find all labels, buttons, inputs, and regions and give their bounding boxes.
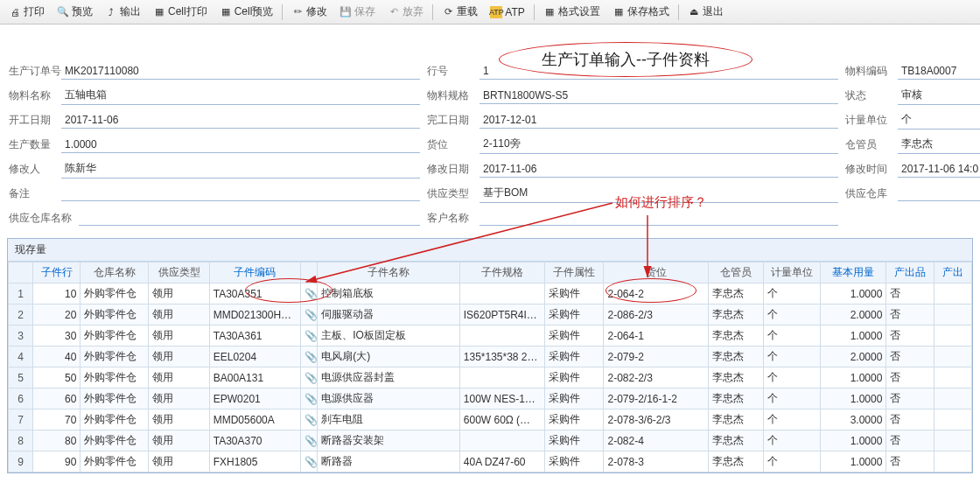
supwhname-value[interactable] — [79, 210, 420, 226]
table-row[interactable]: 330外购零件仓领用TA30A361📎主板、IO板固定板采购件2-064-1李忠… — [9, 326, 972, 346]
col-whname[interactable]: 仓库名称 — [80, 262, 149, 284]
startdate-value[interactable]: 2017-11-06 — [61, 112, 420, 129]
cell-rownum: 4 — [9, 346, 33, 368]
attachment-icon[interactable]: 📎 — [300, 304, 318, 326]
cell-spec: 40A DZ47-60 — [459, 452, 545, 472]
attachment-icon[interactable]: 📎 — [300, 326, 318, 346]
matspec-value[interactable]: BRTN1800WS-S5 — [480, 88, 838, 104]
matcode-value[interactable]: TB18A0007 — [898, 63, 980, 80]
col-childattr[interactable]: 子件属性 — [545, 262, 604, 284]
qty-value[interactable]: 1.0000 — [61, 136, 420, 153]
cellpreview-button[interactable]: ▦Cell预览 — [214, 3, 279, 21]
table-row[interactable]: 880外购零件仓领用TA30A370📎断路器安装架采购件2-082-4李忠杰个1… — [9, 430, 972, 452]
cell-name: 刹车电阻 — [318, 410, 460, 430]
enddate-field: 完工日期2017-12-01 — [427, 110, 838, 130]
cell-rownum: 3 — [9, 326, 33, 346]
table-row[interactable]: 550外购零件仓领用BA00A131📎电源供应器封盖采购件2-082-2/3李忠… — [9, 368, 972, 388]
col-suptype[interactable]: 供应类型 — [149, 262, 209, 284]
custname-value[interactable] — [480, 210, 838, 226]
attachment-icon[interactable]: 📎 — [300, 452, 318, 472]
output-button[interactable]: ⤴输出 — [100, 3, 146, 21]
matname-value[interactable]: 五轴电箱 — [61, 86, 420, 105]
cell-typ: 领用 — [149, 346, 209, 368]
attachment-icon[interactable]: 📎 — [300, 388, 318, 410]
supwh-value[interactable] — [898, 186, 980, 201]
cell-line: 20 — [33, 304, 80, 326]
cell-line: 50 — [33, 368, 80, 388]
attachment-icon[interactable]: 📎 — [300, 284, 318, 304]
bin-field: 货位2-110旁 — [427, 135, 838, 154]
table-row[interactable]: 990外购零件仓领用FXH1805📎断路器40A DZ47-60采购件2-078… — [9, 452, 972, 472]
remark-label: 备注 — [9, 186, 61, 201]
order-no-field: 生产订单号MK2017110080 — [9, 61, 420, 80]
col-uom[interactable]: 计量单位 — [763, 262, 820, 284]
status-value[interactable]: 审核 — [898, 86, 980, 105]
cell-bin: 2-079-2/16-1-2 — [604, 388, 708, 410]
table-row[interactable]: 220外购零件仓领用MMD021300H…📎伺服驱动器IS620PT5R4I…采… — [9, 304, 972, 326]
cell-qty: 1.0000 — [820, 326, 886, 346]
enddate-value[interactable]: 2017-12-01 — [480, 112, 838, 129]
col-output[interactable]: 产出品 — [886, 262, 934, 284]
abandon-button[interactable]: ↶放弃 — [382, 3, 429, 21]
attachment-icon[interactable]: 📎 — [300, 430, 318, 452]
cell-qty: 2.0000 — [820, 346, 886, 368]
atp-button[interactable]: ATPATP — [485, 4, 529, 20]
cell-name: 电源供应器 — [318, 388, 460, 410]
cell-code: EEL0204 — [209, 346, 300, 368]
edit-label: 修改 — [306, 4, 327, 19]
col-clip[interactable] — [300, 262, 318, 284]
bin-value[interactable]: 2-110旁 — [480, 135, 838, 154]
attachment-icon[interactable]: 📎 — [300, 346, 318, 368]
cell-bin: 2-082-4 — [604, 430, 708, 452]
toolbar-separator — [678, 4, 679, 20]
col-childline[interactable]: 子件行 — [33, 262, 80, 284]
cellprint-button[interactable]: ▦Cell打印 — [148, 3, 213, 21]
saveformat-button[interactable]: ▦保存格式 — [607, 3, 675, 21]
moddate-value[interactable]: 2017-11-06 — [480, 161, 838, 178]
uom-value[interactable]: 个 — [898, 110, 980, 130]
cell-keep: 李忠杰 — [708, 430, 763, 452]
modtime-value[interactable]: 2017-11-06 14:0 — [898, 161, 980, 178]
cell-outrate — [934, 284, 971, 304]
attachment-icon[interactable]: 📎 — [300, 410, 318, 430]
lineno-label: 行号 — [427, 64, 480, 79]
remark-value[interactable] — [61, 186, 420, 201]
reload-button[interactable]: ⟳重载 — [437, 3, 483, 21]
cell-attr: 采购件 — [545, 346, 604, 368]
table-icon: ▦ — [543, 6, 556, 18]
col-keeper[interactable]: 仓管员 — [708, 262, 763, 284]
exit-button[interactable]: ⏏退出 — [682, 3, 729, 21]
cell-attr: 采购件 — [545, 430, 604, 452]
table-row[interactable]: 440外购零件仓领用EEL0204📎电风扇(大)135*135*38 2…采购件… — [9, 346, 972, 368]
col-baseqty[interactable]: 基本用量 — [820, 262, 886, 284]
col-bin[interactable]: 货位 — [604, 262, 708, 284]
table-row[interactable]: 770外购零件仓领用MMD05600A📎刹车电阻600W 60Ω (…采购件2-… — [9, 410, 972, 430]
table-title-text: 现存量 — [15, 243, 46, 256]
table-row[interactable]: 660外购零件仓领用EPW0201📎电源供应器100W NES-1…采购件2-0… — [9, 388, 972, 410]
startdate-field: 开工日期2017-11-06 — [9, 110, 420, 130]
cell-line: 70 — [33, 410, 80, 430]
edit-button[interactable]: ✏修改 — [286, 3, 332, 21]
cell-code: MMD021300H… — [209, 304, 300, 326]
col-rownum[interactable] — [9, 262, 33, 284]
table-row[interactable]: 110外购零件仓领用TA30A351📎控制箱底板采购件2-064-2李忠杰个1.… — [9, 284, 972, 304]
print-button[interactable]: 🖨打印 — [4, 3, 50, 21]
cell-spec — [459, 430, 545, 452]
col-childspec[interactable]: 子件规格 — [459, 262, 545, 284]
order-no-value[interactable]: MK2017110080 — [61, 63, 420, 80]
table-title[interactable]: 现存量 — [8, 239, 972, 262]
format-button[interactable]: ▦格式设置 — [538, 3, 606, 21]
col-childcode[interactable]: 子件编码 — [209, 262, 300, 284]
col-childname[interactable]: 子件名称 — [318, 262, 460, 284]
cell-qty: 1.0000 — [820, 430, 886, 452]
matspec-field: 物料规格BRTN1800WS-S5 — [427, 86, 838, 105]
preview-button[interactable]: 🔍预览 — [52, 3, 98, 21]
modby-value[interactable]: 陈新华 — [61, 159, 420, 178]
attachment-icon[interactable]: 📎 — [300, 368, 318, 388]
col-outrate[interactable]: 产出 — [934, 262, 971, 284]
save-button[interactable]: 💾保存 — [334, 3, 381, 21]
keeper-value[interactable]: 李忠杰 — [898, 135, 980, 154]
cell-outrate — [934, 410, 971, 430]
cell-wh: 外购零件仓 — [80, 410, 149, 430]
cell-typ: 领用 — [149, 452, 209, 472]
